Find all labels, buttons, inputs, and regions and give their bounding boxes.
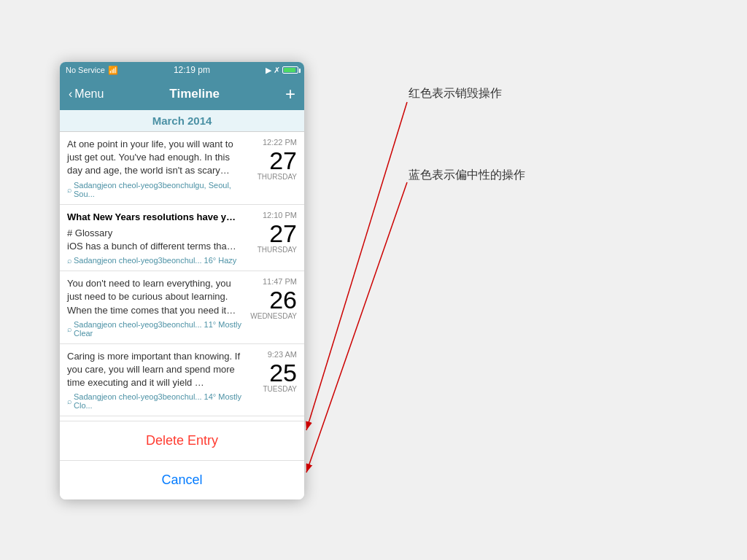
bluetooth-icon: ✗ [274,66,280,75]
item-content: Caring is more important than knowing. I… [67,350,249,411]
status-bar: No Service 📶 12:19 pm ▶ ✗ [60,62,304,78]
carrier-text: No Service [66,66,105,74]
month-header: March 2014 [60,110,304,132]
item-time: 12:22 PM [249,138,297,147]
blue-annotation: 蓝色表示偏中性的操作 [409,168,525,183]
location-pin-icon: ⌕ [67,324,72,333]
delete-entry-button[interactable]: Delete Entry [60,421,304,460]
status-right: ▶ ✗ [266,66,298,75]
item-date: 12:22 PM 27 THURSDAY [249,138,297,198]
item-time: 9:23 AM [249,350,297,359]
item-day: 26 [249,287,297,312]
back-chevron-icon: ‹ [69,88,72,101]
item-location: ⌕ Sadangjeon cheol-yeog3beonchul... 11° … [67,320,244,338]
add-button[interactable]: + [285,85,295,103]
status-left: No Service 📶 [66,66,118,75]
item-time: 12:10 PM [249,211,297,219]
item-day: 27 [249,221,297,246]
wifi-icon: 📶 [108,66,118,75]
nav-bar: ‹ Menu Timeline + [60,78,304,110]
item-text: You don't need to learn everything, you … [67,277,244,317]
back-label: Menu [74,88,104,101]
list-item[interactable]: You don't need to learn everything, you … [60,271,304,344]
list-item[interactable]: What New Years resolutions have y… # Glo… [60,205,304,272]
item-location: ⌕ Sadangjeon cheol-yeog3beonchulgu, Seou… [67,181,244,198]
location-pin-icon: ⌕ [67,256,72,265]
cancel-button[interactable]: Cancel [60,460,304,499]
item-time: 11:47 PM [249,277,297,286]
item-weekday: WEDNESDAY [249,312,297,320]
item-location: ⌕ Sadangjeon cheol-yeog3beonchul... 14° … [67,392,244,410]
item-date: 9:23 AM 25 TUESDAY [249,350,297,411]
list-item[interactable]: Caring is more important than knowing. I… [60,344,304,417]
item-day: 25 [249,360,297,385]
status-time: 12:19 pm [174,65,210,75]
action-buttons: Delete Entry Cancel [60,421,304,499]
item-weekday: THURSDAY [249,173,297,181]
location-pin-icon: ⌕ [67,185,72,194]
location-icon: ▶ [266,66,271,75]
battery-icon [282,66,298,74]
item-subtext: # GlossaryiOS has a bunch of different t… [67,227,244,253]
item-weekday: THURSDAY [249,246,297,254]
nav-title: Timeline [169,87,220,101]
red-annotation: 红色表示销毁操作 [409,86,502,101]
list-item[interactable]: At one point in your life, you will want… [60,132,304,205]
location-pin-icon: ⌕ [67,397,72,405]
item-text: Caring is more important than knowing. I… [67,350,244,390]
phone-frame: No Service 📶 12:19 pm ▶ ✗ ‹ Menu Timelin… [60,62,304,499]
item-date: 12:10 PM 27 THURSDAY [249,211,297,265]
item-day: 27 [249,148,297,173]
item-location: ⌕ Sadangjeon cheol-yeog3beonchul... 16° … [67,256,244,265]
item-content: You don't need to learn everything, you … [67,277,249,338]
item-content: At one point in your life, you will want… [67,138,249,198]
item-content: What New Years resolutions have y… # Glo… [67,211,249,265]
back-button[interactable]: ‹ Menu [69,88,104,101]
svg-line-2 [306,102,407,430]
item-date: 11:47 PM 26 WEDNESDAY [249,277,297,338]
item-weekday: TUESDAY [249,385,297,393]
svg-line-3 [306,182,407,472]
item-title: What New Years resolutions have y… [67,211,244,224]
item-text: At one point in your life, you will want… [67,138,244,178]
